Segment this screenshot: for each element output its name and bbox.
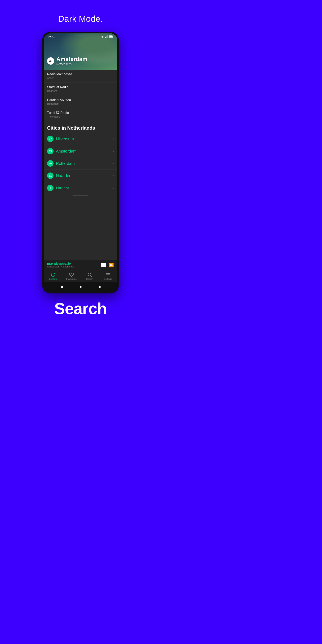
location-badge: 46 Amsterdam Netherlands — [47, 56, 87, 66]
city-badge-hilversum: 37 — [47, 136, 54, 142]
station-item-tunel[interactable]: Tunel 57 Radio The Hague — [44, 108, 117, 121]
svg-point-0 — [102, 37, 103, 38]
location-country: Netherlands — [56, 62, 87, 66]
svg-rect-3 — [107, 36, 107, 38]
fast-forward-button[interactable]: ⏩ — [109, 263, 114, 268]
nav-label-search: Search — [86, 278, 93, 280]
scroll-content[interactable]: Radio Mambassa Assen Star*Sat Radio Haar… — [44, 70, 117, 260]
city-badge-rotterdam: 20 — [47, 160, 54, 167]
location-info: Amsterdam Netherlands — [56, 56, 87, 66]
search-icon — [87, 272, 92, 277]
city-name-naarden: Naarden — [56, 174, 113, 178]
chevron-right-icon: › — [113, 186, 114, 190]
search-display: Search — [54, 300, 107, 318]
city-badge-utrecht: 9 — [47, 185, 54, 191]
station-item-starsat[interactable]: Star*Sat Radio Haarlem — [44, 82, 117, 96]
heart-icon — [69, 272, 74, 277]
now-playing-location: Amsterdam, Netherlands — [47, 265, 101, 268]
nav-label-favourites: Favourites — [66, 278, 76, 280]
city-badge-amsterdam: 35 — [47, 148, 54, 154]
svg-rect-1 — [105, 37, 106, 38]
location-city: Amsterdam — [56, 56, 87, 62]
city-item-utrecht[interactable]: 9 Utrecht › — [44, 182, 117, 194]
battery-icon — [109, 36, 113, 38]
station-city: Assen — [47, 76, 114, 80]
station-name: Cardinal AM 730 — [47, 98, 114, 102]
settings-icon — [106, 272, 110, 277]
station-city: The Hague — [47, 115, 114, 118]
stations-list: Radio Mambassa Assen Star*Sat Radio Haar… — [44, 70, 117, 121]
nav-item-settings[interactable]: Settings — [101, 272, 115, 280]
chevron-right-icon: › — [113, 149, 114, 153]
svg-point-9 — [88, 273, 91, 276]
station-city: Rotterdam — [47, 102, 114, 105]
wifi-icon — [101, 36, 104, 38]
explore-icon — [51, 272, 56, 277]
search-large-label: Search — [54, 300, 107, 318]
station-name: Tunel 57 Radio — [47, 111, 114, 115]
home-button[interactable]: ● — [80, 285, 82, 289]
back-button[interactable]: ◀ — [60, 284, 63, 289]
svg-rect-2 — [106, 36, 107, 38]
svg-rect-7 — [110, 36, 112, 37]
scroll-indicator — [72, 196, 88, 196]
stop-button[interactable] — [101, 263, 106, 267]
station-count-badge: 46 — [47, 57, 54, 64]
city-item-hilversum[interactable]: 37 Hilversum › — [44, 133, 117, 145]
svg-rect-4 — [108, 36, 108, 38]
nav-label-explore: Explore — [49, 278, 57, 280]
chevron-right-icon: › — [113, 162, 114, 165]
city-name-hilversum: Hilversum — [56, 137, 113, 141]
recent-button[interactable]: ■ — [98, 285, 101, 289]
playback-controls: ⏩ — [101, 263, 114, 268]
phone-frame: 09:41 — [42, 32, 119, 294]
now-playing-info: BNR Nieuwsradio Amsterdam, Netherlands — [47, 262, 101, 268]
station-name: Radio Mambassa — [47, 72, 114, 76]
nav-item-search[interactable]: Search — [83, 272, 97, 280]
status-time: 09:41 — [48, 35, 54, 38]
nav-label-settings: Settings — [104, 278, 112, 280]
header-map: 09:41 — [44, 34, 117, 70]
city-name-rotterdam: Rotterdam — [56, 161, 113, 166]
city-item-amsterdam[interactable]: 35 Amsterdam › — [44, 145, 117, 158]
svg-line-10 — [90, 276, 92, 277]
now-playing-bar[interactable]: BNR Nieuwsradio Amsterdam, Netherlands ⏩ — [44, 260, 117, 270]
page-title-text: Dark Mode. — [58, 14, 103, 24]
chevron-right-icon: › — [113, 137, 114, 141]
bottom-nav: Explore Favourites Search Settings — [44, 270, 117, 282]
nav-item-explore[interactable]: Explore — [46, 272, 60, 280]
city-name-amsterdam: Amsterdam — [56, 149, 113, 154]
cities-list: 37 Hilversum › 35 Amsterdam › 20 Rotterd… — [44, 133, 117, 194]
nav-item-favourites[interactable]: Favourites — [64, 272, 78, 280]
system-nav: ◀ ● ■ — [44, 282, 117, 292]
svg-rect-6 — [113, 36, 113, 37]
chevron-right-icon: › — [113, 174, 114, 178]
status-icons — [101, 36, 113, 38]
city-name-utrecht: Utrecht — [56, 186, 113, 190]
cities-section-title: Cities in Netherlands — [44, 121, 117, 133]
city-item-rotterdam[interactable]: 20 Rotterdam › — [44, 158, 117, 170]
svg-point-8 — [51, 273, 55, 276]
station-name: Star*Sat Radio — [47, 85, 114, 89]
city-badge-naarden: 11 — [47, 172, 54, 179]
city-item-naarden[interactable]: 11 Naarden › — [44, 170, 117, 182]
status-bar: 09:41 — [44, 34, 117, 39]
signal-icon — [105, 36, 108, 38]
station-item-mambassa[interactable]: Radio Mambassa Assen — [44, 70, 117, 82]
station-city: Haarlem — [47, 89, 114, 92]
station-item-cardinal[interactable]: Cardinal AM 730 Rotterdam — [44, 96, 117, 108]
now-playing-station: BNR Nieuwsradio — [47, 262, 101, 265]
